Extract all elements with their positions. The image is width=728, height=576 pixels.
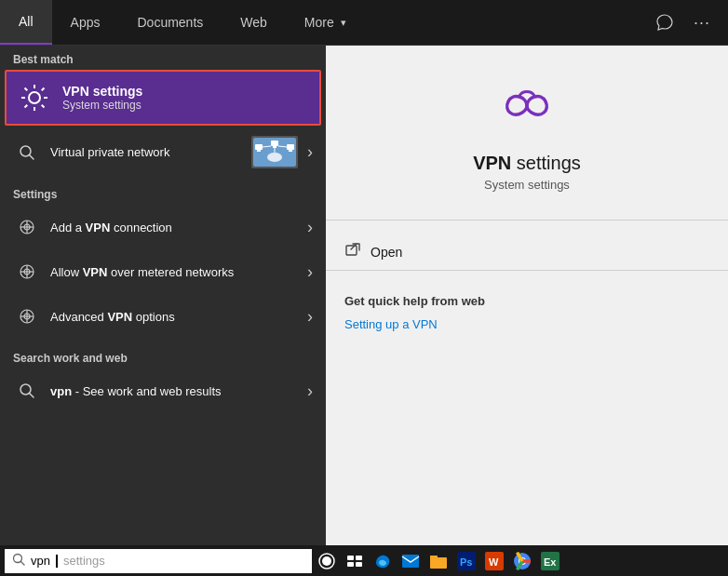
advanced-vpn-item[interactable]: Advanced VPN options (0, 294, 326, 339)
vpn-title-rest: settings (511, 153, 580, 173)
settings-section-label: Settings (0, 181, 326, 205)
tab-web-label: Web (240, 15, 267, 30)
mail-icon[interactable] (398, 548, 424, 574)
add-vpn-icon (13, 213, 41, 241)
tab-web[interactable]: Web (222, 0, 286, 45)
tab-documents-label: Documents (137, 15, 203, 30)
main-content: Best match VPN settings System settings (0, 46, 728, 545)
svg-point-10 (267, 153, 282, 162)
vpn-thumbnail (251, 136, 298, 168)
right-divider (326, 220, 728, 221)
tab-documents[interactable]: Documents (118, 0, 222, 45)
right-panel: VPN settings System settings Open Get qu… (326, 46, 728, 545)
vpn-title-bold: VPN (473, 153, 511, 173)
svg-rect-28 (346, 246, 357, 255)
best-match-title: VPN settings (62, 84, 142, 99)
taskbar: vpn settings (0, 545, 728, 576)
taskbar-search-query: vpn (31, 554, 50, 568)
tab-more-label: More (304, 15, 334, 30)
tab-all-label: All (19, 14, 34, 29)
office-icon[interactable]: W (481, 548, 507, 574)
advanced-vpn-label: Advanced VPN options (50, 310, 307, 324)
svg-rect-7 (289, 150, 292, 152)
nav-right-actions: ··· (648, 0, 728, 45)
svg-text:W: W (489, 556, 499, 568)
advanced-vpn-icon (13, 302, 41, 330)
svg-rect-38 (402, 555, 419, 568)
tab-apps[interactable]: Apps (52, 0, 119, 45)
right-panel-subtitle: System settings (484, 178, 570, 192)
vpn-item-label: Virtual private network (50, 145, 251, 159)
tab-all[interactable]: All (0, 0, 52, 45)
vpn-settings-icon (18, 81, 51, 114)
best-match-label: Best match (0, 46, 326, 70)
top-nav: All Apps Documents Web More ▾ ··· (0, 0, 728, 46)
feedback-icon[interactable] (648, 6, 681, 39)
task-view-button[interactable] (342, 548, 368, 574)
allow-vpn-label: Allow VPN over metered networks (50, 265, 307, 279)
svg-point-33 (322, 556, 331, 566)
advanced-vpn-arrow (307, 307, 313, 327)
tab-more[interactable]: More ▾ (286, 0, 365, 45)
svg-point-0 (29, 92, 40, 103)
left-panel: Best match VPN settings System settings (0, 46, 326, 545)
more-options-icon[interactable]: ··· (685, 6, 719, 39)
excel-icon[interactable]: Ex (537, 548, 563, 574)
open-label: Open (371, 245, 402, 260)
search-web-label: Search work and web (0, 344, 326, 368)
add-vpn-connection-item[interactable]: Add a VPN connection (0, 205, 326, 249)
taskbar-search-suffix: settings (63, 554, 105, 568)
svg-rect-35 (356, 556, 362, 560)
svg-line-31 (21, 562, 25, 566)
best-match-text: VPN settings System settings (62, 84, 142, 112)
open-icon (344, 242, 361, 262)
best-match-subtitle: System settings (62, 99, 142, 112)
search-icon (13, 139, 41, 167)
allow-vpn-metered-item[interactable]: Allow VPN over metered networks (0, 249, 326, 294)
svg-line-27 (30, 394, 34, 398)
search-web-vpn-arrow (307, 382, 313, 401)
svg-rect-34 (347, 556, 354, 560)
svg-rect-5 (257, 150, 261, 152)
svg-rect-40 (430, 556, 438, 559)
right-panel-title: VPN settings (473, 153, 581, 174)
search-web-vpn-item[interactable]: vpn - See work and web results (0, 368, 326, 413)
svg-text:Ex: Ex (544, 556, 557, 568)
svg-rect-37 (356, 562, 362, 567)
photoshop-icon[interactable]: Ps (453, 548, 479, 574)
edge-icon[interactable] (370, 548, 396, 574)
chevron-down-icon: ▾ (341, 17, 346, 29)
file-explorer-icon[interactable] (425, 548, 452, 574)
add-vpn-label: Add a VPN connection (50, 221, 307, 234)
best-match-item[interactable]: VPN settings System settings (5, 70, 321, 126)
svg-line-2 (30, 154, 34, 159)
allow-vpn-icon (13, 258, 41, 286)
tab-apps-label: Apps (71, 15, 101, 30)
svg-rect-9 (273, 146, 276, 148)
vpn-bold: VPN (62, 84, 89, 99)
taskbar-search-icon (12, 553, 25, 569)
svg-text:Ps: Ps (460, 556, 472, 568)
right-divider-2 (326, 270, 728, 271)
chrome-like-icon[interactable] (509, 548, 535, 574)
open-button[interactable]: Open (326, 234, 728, 270)
search-web-icon (13, 377, 41, 405)
svg-rect-4 (255, 144, 263, 150)
virtual-private-network-item[interactable]: Virtual private network (0, 127, 326, 177)
taskbar-search-box[interactable]: vpn settings (5, 549, 312, 573)
allow-vpn-arrow (307, 262, 313, 282)
vpn-item-arrow (307, 142, 313, 162)
cortana-button[interactable] (314, 548, 340, 574)
quick-help-label: Get quick help from web (326, 285, 728, 314)
svg-rect-36 (347, 562, 354, 567)
svg-rect-6 (287, 144, 294, 150)
svg-line-29 (351, 244, 357, 249)
vpn-logo (485, 74, 569, 139)
settings-text: settings (89, 84, 143, 99)
cursor (56, 555, 58, 568)
web-result-setting-up-vpn[interactable]: Setting up a VPN (326, 314, 728, 335)
search-web-vpn-label: vpn - See work and web results (50, 384, 307, 398)
add-vpn-arrow (307, 218, 313, 237)
svg-rect-8 (271, 141, 278, 146)
